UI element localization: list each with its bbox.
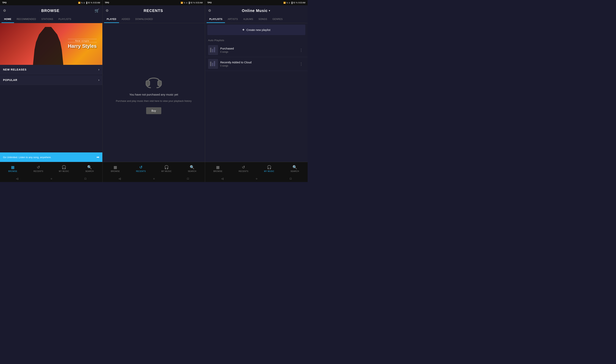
nav-recents-3[interactable]: ↺ RECENTS <box>231 162 256 175</box>
gear-icon-2[interactable]: ⚙ <box>106 9 109 13</box>
empty-state: You have not purchased any music yet Pur… <box>103 23 205 162</box>
bt-icon-3: 📶 <box>283 2 286 4</box>
recents-icon-3: ↺ <box>242 165 245 169</box>
purchased-thumb <box>208 45 218 55</box>
tab-played[interactable]: PLAYED <box>104 16 119 23</box>
status-right-2: 📶 ℕ ⊙ ▐ 93% 8:03 AM <box>181 2 203 4</box>
mymusic-panel: TPO 📶 ℕ ⊙ ▐ 93% 8:03 AM ⚙ Online Music ▾… <box>205 0 308 182</box>
wifi-icon-3: ℕ <box>286 2 288 4</box>
bt-icon: 📶 <box>78 2 80 4</box>
tab-playlists[interactable]: PLAYLISTS <box>56 16 74 23</box>
hero-text: New single Harry Styles <box>68 39 97 49</box>
popular-label: POPULAR <box>3 78 17 81</box>
purchased-info: Purchased 0 songs <box>218 47 298 53</box>
bt-icon-2: 📶 <box>181 2 183 4</box>
status-right-3: 📶 ℕ ⊙ ▐ 93% 8:03 AM <box>283 2 305 4</box>
tab-added[interactable]: ADDED <box>119 16 133 23</box>
spacer-3 <box>205 71 308 162</box>
tab-home[interactable]: HOME <box>1 16 14 23</box>
bottom-nav-3: ▦ BROWSE ↺ RECENTS 🎧 MY MUSIC 🔍 SEARCH <box>205 162 308 175</box>
mymusic-header: ⚙ Online Music ▾ <box>205 5 308 16</box>
nav-search-3[interactable]: 🔍 SEARCH <box>282 162 308 175</box>
status-bar-3: TPO 📶 ℕ ⊙ ▐ 93% 8:03 AM <box>205 0 308 5</box>
dropdown-arrow-icon: ▾ <box>269 9 270 12</box>
gear-icon-3[interactable]: ⚙ <box>208 9 211 13</box>
recently-added-thumb <box>208 59 218 69</box>
recently-added-more-btn[interactable]: ⋮ <box>298 61 305 67</box>
cart-icon[interactable]: 🛒 <box>95 8 99 13</box>
recents-btn-1[interactable]: □ <box>85 177 86 180</box>
hero-name: Harry Styles <box>68 43 97 49</box>
nav-browse-2[interactable]: ▦ BROWSE <box>103 162 128 175</box>
carrier-3: TPO <box>207 1 212 4</box>
search-icon-1: 🔍 <box>87 165 92 169</box>
alarm-icon-2: ⊙ <box>186 2 187 4</box>
home-btn-1[interactable]: ○ <box>51 177 52 180</box>
signal-icon: ▐ <box>86 2 87 4</box>
banner-text: Go Unlimited. Listen to any song, anywhe… <box>3 156 51 159</box>
tab-albums[interactable]: ALBUMS <box>241 16 256 23</box>
nav-browse-3[interactable]: ▦ BROWSE <box>205 162 231 175</box>
nav-search-2[interactable]: 🔍 SEARCH <box>179 162 205 175</box>
time-3: 8:03 AM <box>298 2 305 4</box>
mymusic-icon-1: 🎧 <box>62 165 66 169</box>
tab-playlists[interactable]: PLAYLISTS <box>206 16 225 23</box>
chevron-new-releases: › <box>98 68 99 71</box>
tab-stations[interactable]: STATIONS <box>39 16 56 23</box>
tab-downloaded[interactable]: DOWNLOADED <box>133 16 155 23</box>
playlist-recently-added[interactable]: Recently Added to Cloud 0 songs ⋮ <box>205 57 308 71</box>
nav-browse-1[interactable]: ▦ BROWSE <box>0 162 26 175</box>
wifi-icon-2: ℕ <box>184 2 185 4</box>
browse-list: NEW RELEASES › POPULAR › <box>0 65 102 152</box>
online-music-dropdown[interactable]: Online Music ▾ <box>242 9 270 13</box>
popular-item[interactable]: POPULAR › <box>0 75 102 85</box>
nav-recents-1[interactable]: ↺ RECENTS <box>26 162 51 175</box>
browse-nav-tabs: HOME RECOMMENDED STATIONS PLAYLISTS <box>0 16 102 23</box>
back-btn-1[interactable]: ◁ <box>16 177 18 180</box>
back-btn-3[interactable]: ◁ <box>221 177 223 180</box>
nav-mymusic-1[interactable]: 🎧 MY MUSIC <box>51 162 77 175</box>
status-bar-2: TPO 📶 ℕ ⊙ ▐ 93% 8:03 AM <box>103 0 205 5</box>
create-playlist-button[interactable]: + Create new playlist <box>207 25 305 35</box>
mymusic-icon-3: 🎧 <box>267 165 272 169</box>
mymusic-nav-tabs: PLAYLISTS ARTISTS ALBUMS SONGS GENRES <box>205 16 308 23</box>
playlist-purchased[interactable]: Purchased 0 songs ⋮ <box>205 43 308 57</box>
plus-icon: + <box>242 28 244 32</box>
tab-genres[interactable]: GENRES <box>270 16 285 23</box>
browse-panel: TPO 📶 ℕ ⊙ ▐ 93% 8:03 AM ⚙ BROWSE 🛒 HOME … <box>0 0 103 182</box>
new-releases-item[interactable]: NEW RELEASES › <box>0 65 102 75</box>
tab-recommended[interactable]: RECOMMENDED <box>14 16 39 23</box>
home-btn-2[interactable]: ○ <box>153 177 155 180</box>
recents-panel: TPO 📶 ℕ ⊙ ▐ 93% 8:03 AM ⚙ RECENTS PLAYED… <box>103 0 205 182</box>
recently-added-name: Recently Added to Cloud <box>220 61 295 64</box>
home-btn-3[interactable]: ○ <box>256 177 257 180</box>
tab-songs[interactable]: SONGS <box>256 16 270 23</box>
recents-icon-2: ↺ <box>139 165 142 169</box>
purchased-more-btn[interactable]: ⋮ <box>298 47 305 53</box>
time-2: 8:03 AM <box>196 2 203 4</box>
tab-artists[interactable]: ARTISTS <box>225 16 241 23</box>
hero-silhouette <box>33 27 63 65</box>
recents-header: ⚙ RECENTS <box>103 5 205 16</box>
nav-search-1[interactable]: 🔍 SEARCH <box>77 162 102 175</box>
browse-title: BROWSE <box>41 9 60 13</box>
back-btn-2[interactable]: ◁ <box>119 177 121 180</box>
create-playlist-label: Create new playlist <box>246 28 270 31</box>
nav-mymusic-3[interactable]: 🎧 MY MUSIC <box>257 162 282 175</box>
alarm-icon: ⊙ <box>83 2 85 4</box>
chevron-popular: › <box>98 78 99 82</box>
recents-btn-2[interactable]: □ <box>187 177 189 180</box>
nav-recents-2[interactable]: ↺ RECENTS <box>128 162 154 175</box>
new-releases-label: NEW RELEASES <box>3 68 26 71</box>
gear-icon-1[interactable]: ⚙ <box>3 9 6 13</box>
browse-icon-2: ▦ <box>114 165 117 169</box>
status-right-1: 📶 ℕ ⊙ ▐ 93% 8:03 AM <box>78 2 100 4</box>
buy-button[interactable]: Buy <box>146 107 161 114</box>
nav-mymusic-2[interactable]: 🎧 MY MUSIC <box>154 162 179 175</box>
recents-btn-3[interactable]: □ <box>290 177 291 180</box>
hero-image: New single Harry Styles <box>0 23 102 65</box>
unlimited-banner[interactable]: Go Unlimited. Listen to any song, anywhe… <box>0 152 102 162</box>
recently-added-info: Recently Added to Cloud 0 songs <box>218 61 298 67</box>
banner-arrow-icon: ➡ <box>96 155 99 159</box>
carrier-2: TPO <box>105 1 109 4</box>
